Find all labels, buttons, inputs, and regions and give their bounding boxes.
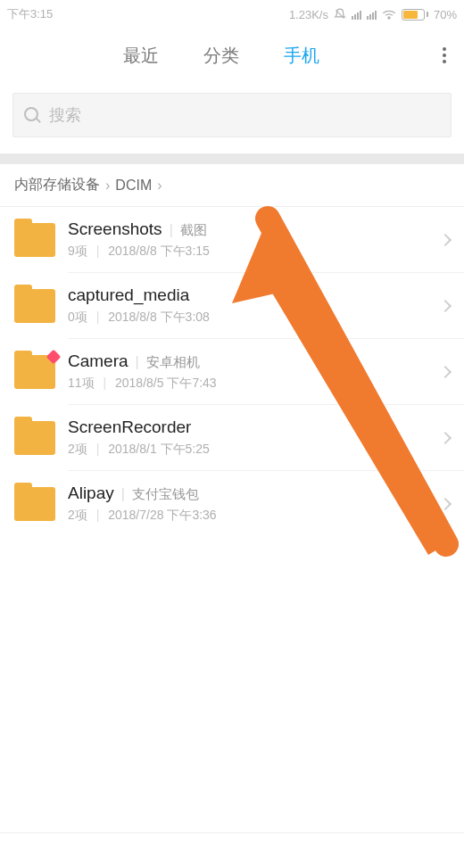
folder-date: 2018/8/8 下午3:08 (108, 310, 210, 324)
folder-name: ScreenRecorder (68, 417, 191, 437)
folder-item-screenshots[interactable]: Screenshots | 截图 9项 | 2018/8/8 下午3:15 (0, 207, 464, 272)
chevron-right-icon: › (105, 178, 110, 194)
folder-alias: 安卓相机 (146, 354, 200, 371)
battery-percent: 70% (434, 8, 457, 21)
chevron-right-icon (439, 233, 452, 245)
dnd-icon (334, 8, 346, 21)
search-container: 搜索 (0, 82, 464, 153)
breadcrumb-root[interactable]: 内部存储设备 (14, 176, 100, 194)
status-bar: 下午3:15 1.23K/s 70% (0, 0, 464, 29)
tab-phone[interactable]: 手机 (284, 44, 319, 68)
folder-date: 2018/7/28 下午3:36 (108, 508, 216, 522)
signal-icon (352, 9, 361, 20)
folder-icon (14, 223, 55, 257)
section-divider (0, 153, 464, 164)
folder-icon (14, 487, 55, 521)
folder-date: 2018/8/1 下午5:25 (108, 442, 210, 456)
chevron-right-icon (439, 497, 452, 509)
more-menu-icon[interactable] (434, 47, 455, 63)
chevron-right-icon (439, 365, 452, 377)
breadcrumb[interactable]: 内部存储设备 › DCIM › (0, 164, 464, 207)
chevron-right-icon: › (157, 178, 162, 194)
search-placeholder: 搜索 (49, 104, 81, 126)
status-time: 下午3:15 (7, 6, 289, 22)
bottom-bar (0, 832, 464, 868)
breadcrumb-dcim[interactable]: DCIM (115, 178, 152, 194)
search-icon (24, 107, 40, 123)
tab-category[interactable]: 分类 (203, 44, 239, 68)
folder-date: 2018/8/8 下午3:15 (108, 244, 210, 258)
folder-count: 2项 (68, 508, 87, 522)
folder-item-captured-media[interactable]: captured_media 0项 | 2018/8/8 下午3:08 (0, 273, 464, 338)
signal-icon-2 (367, 9, 377, 20)
svg-point-0 (388, 17, 390, 19)
search-input[interactable]: 搜索 (12, 93, 452, 137)
folder-count: 9项 (68, 244, 87, 258)
folder-count: 2项 (68, 442, 87, 456)
top-tabs: 最近 分类 手机 (0, 29, 464, 82)
folder-alias: 截图 (180, 222, 207, 239)
folder-item-alipay[interactable]: Alipay | 支付宝钱包 2项 | 2018/7/28 下午3:36 (0, 471, 464, 536)
wifi-icon (382, 9, 396, 20)
folder-icon (14, 355, 55, 389)
chevron-right-icon (439, 431, 452, 443)
folder-icon (14, 421, 55, 455)
status-speed: 1.23K/s (289, 8, 328, 21)
folder-name: Screenshots (68, 219, 162, 239)
folder-name: captured_media (68, 285, 189, 305)
chevron-right-icon (439, 299, 452, 311)
folder-icon (14, 289, 55, 323)
folder-count: 11项 (68, 376, 95, 390)
folder-name: Camera (68, 351, 128, 371)
folder-list: Screenshots | 截图 9项 | 2018/8/8 下午3:15 ca… (0, 207, 464, 536)
tab-recent[interactable]: 最近 (123, 44, 159, 68)
folder-count: 0项 (68, 310, 87, 324)
folder-name: Alipay (68, 484, 114, 503)
folder-item-screenrecorder[interactable]: ScreenRecorder 2项 | 2018/8/1 下午5:25 (0, 405, 464, 470)
folder-item-camera[interactable]: Camera | 安卓相机 11项 | 2018/8/5 下午7:43 (0, 339, 464, 404)
battery-icon (402, 9, 428, 21)
folder-alias: 支付宝钱包 (132, 486, 199, 503)
folder-date: 2018/8/5 下午7:43 (115, 376, 217, 390)
